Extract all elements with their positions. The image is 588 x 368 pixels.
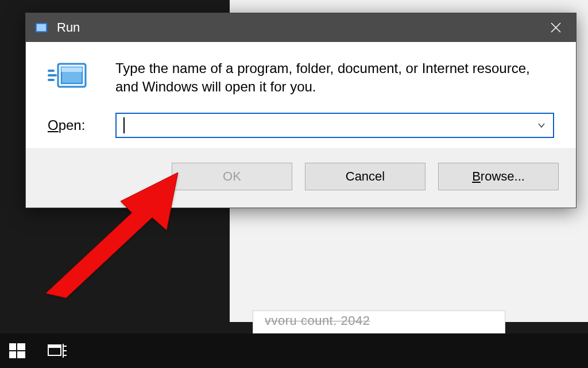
svg-rect-9: [17, 343, 25, 350]
svg-rect-6: [61, 67, 82, 72]
open-combobox[interactable]: [115, 113, 554, 138]
run-titlebar-icon: [34, 22, 49, 33]
run-dialog-icon: [48, 59, 89, 93]
open-input[interactable]: [117, 114, 530, 137]
svg-rect-11: [17, 351, 25, 358]
task-view-button[interactable]: [46, 342, 68, 360]
titlebar[interactable]: Run: [26, 13, 576, 42]
chevron-down-icon: [537, 121, 546, 130]
cancel-button[interactable]: Cancel: [305, 163, 425, 190]
svg-rect-1: [37, 24, 46, 31]
dialog-title: Run: [57, 20, 80, 35]
start-button[interactable]: [8, 342, 26, 360]
background-partial-text: vvoru count. 2042: [265, 313, 370, 328]
svg-rect-8: [9, 343, 16, 350]
combobox-dropdown-button[interactable]: [530, 114, 553, 137]
task-view-icon: [46, 342, 68, 360]
text-cursor: [123, 117, 125, 133]
close-button[interactable]: [536, 13, 576, 42]
open-label: Open:: [48, 117, 111, 133]
dialog-description: Type the name of a program, folder, docu…: [115, 59, 554, 97]
run-dialog: Run Type the name of a program, folder, …: [25, 13, 577, 208]
button-row: OK Cancel Browse...: [26, 148, 576, 208]
svg-rect-10: [9, 351, 16, 358]
close-icon: [550, 22, 562, 33]
taskbar[interactable]: [0, 334, 588, 368]
browse-button[interactable]: Browse...: [438, 163, 559, 190]
windows-logo-icon: [8, 342, 26, 360]
background-card: vvoru count. 2042: [253, 310, 505, 334]
ok-button[interactable]: OK: [172, 163, 292, 190]
svg-rect-13: [48, 345, 61, 348]
